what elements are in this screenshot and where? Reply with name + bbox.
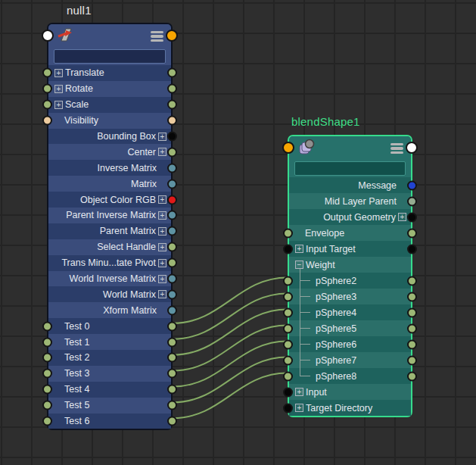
attribute-row-test-4[interactable]: Test 4 — [48, 382, 171, 398]
node-null1[interactable]: +Translate+Rotate+ScaleVisibilityBoundin… — [47, 23, 173, 430]
expand-icon-input[interactable]: + — [295, 388, 303, 396]
attribute-row-psphere2[interactable]: pSphere2 — [289, 273, 411, 289]
attribute-row-select-handle[interactable]: Select Handle+ — [48, 239, 171, 255]
port-test-0-output[interactable] — [167, 321, 177, 331]
port-psphere8-input[interactable] — [283, 371, 293, 381]
port-psphere5-input[interactable] — [283, 323, 293, 333]
port-psphere8-output[interactable] — [407, 371, 417, 381]
expand-icon-world-inverse-matrix[interactable]: + — [158, 275, 166, 283]
port-test-3-output[interactable] — [167, 369, 177, 379]
port-psphere3-output[interactable] — [407, 292, 417, 301]
port-psphere2-input[interactable] — [283, 276, 293, 286]
port-test-2-output[interactable] — [167, 353, 177, 363]
expand-icon-select-handle[interactable]: + — [158, 243, 166, 251]
expand-icon-world-matrix[interactable]: + — [158, 290, 166, 298]
expand-icon-object-color-rgb[interactable]: + — [158, 195, 166, 204]
attribute-row-message[interactable]: Message — [289, 177, 411, 193]
port-test-1-input[interactable] — [42, 337, 52, 347]
port-psphere7-input[interactable] — [283, 355, 293, 365]
attribute-row-xform-matrix[interactable]: Xform Matrix — [48, 302, 171, 318]
port-matrix-output[interactable] — [167, 179, 177, 189]
port-test-0-input[interactable] — [42, 321, 52, 331]
attribute-row-translate[interactable]: +Translate — [48, 65, 171, 81]
port-visibility-input[interactable] — [42, 116, 52, 126]
attribute-row-target-directory[interactable]: +Target Directory — [289, 400, 411, 416]
expand-icon-parent-matrix[interactable]: + — [158, 227, 166, 236]
port-select-handle-output[interactable] — [167, 242, 177, 252]
expand-icon-center[interactable]: + — [158, 148, 166, 156]
expand-icon-target-directory[interactable]: + — [295, 404, 303, 412]
port-message-output[interactable] — [407, 180, 417, 190]
port-rotate-output[interactable] — [167, 84, 177, 94]
port-test-6-output[interactable] — [167, 417, 177, 426]
port-rotate-input[interactable] — [42, 84, 52, 94]
port-world-inverse-matrix-output[interactable] — [167, 274, 177, 284]
port-input-target-output[interactable] — [407, 244, 417, 254]
collapse-icon-weight[interactable]: − — [295, 261, 303, 269]
port-world-matrix-output[interactable] — [167, 289, 177, 299]
port-test-2-input[interactable] — [42, 353, 52, 363]
attribute-row-psphere5[interactable]: pSphere5 — [289, 320, 411, 336]
attribute-row-test-3[interactable]: Test 3 — [48, 366, 171, 382]
port-bounding-box-output[interactable] — [167, 132, 177, 142]
attribute-row-psphere3[interactable]: pSphere3 — [289, 289, 411, 304]
port-trans-minu-tate-pivot-output[interactable] — [167, 258, 177, 268]
port-test-6-input[interactable] — [42, 417, 52, 426]
port-input-target-input[interactable] — [283, 244, 293, 254]
port-translate-input[interactable] — [42, 68, 52, 78]
attribute-row-test-5[interactable]: Test 5 — [48, 398, 171, 414]
port-center-output[interactable] — [167, 147, 177, 157]
expand-icon-trans-minu-tate-pivot[interactable]: + — [158, 259, 166, 267]
port-envelope-input[interactable] — [283, 228, 293, 238]
header-port-left-null1[interactable] — [42, 30, 54, 42]
expand-icon-translate[interactable]: + — [54, 69, 63, 77]
node-blendshape1[interactable]: MessageMid Layer ParentOutput Geometry+E… — [288, 135, 412, 417]
attribute-row-test-1[interactable]: Test 1 — [48, 334, 171, 350]
port-psphere7-output[interactable] — [407, 355, 417, 365]
port-object-color-rgb-output[interactable] — [167, 195, 177, 204]
attribute-row-matrix[interactable]: Matrix — [48, 176, 171, 192]
port-psphere4-input[interactable] — [283, 307, 293, 317]
attribute-row-psphere4[interactable]: pSphere4 — [289, 304, 411, 320]
port-visibility-output[interactable] — [167, 116, 177, 126]
attribute-row-object-color-rgb[interactable]: Object Color RGB+ — [48, 192, 171, 208]
port-input-input[interactable] — [283, 387, 293, 397]
attribute-row-test-0[interactable]: Test 0 — [48, 318, 171, 334]
port-envelope-output[interactable] — [407, 228, 417, 238]
attribute-row-visibility[interactable]: Visibility — [48, 113, 171, 129]
attribute-row-psphere8[interactable]: pSphere8 — [289, 368, 411, 384]
port-scale-input[interactable] — [42, 100, 52, 110]
attribute-row-weight[interactable]: −Weight — [289, 257, 411, 273]
attribute-row-trans-minu-tate-pivot[interactable]: Trans Minu...tate Pivot+ — [48, 255, 171, 271]
port-test-4-input[interactable] — [42, 385, 52, 395]
expand-icon-input-target[interactable]: + — [295, 245, 303, 253]
port-psphere6-output[interactable] — [407, 339, 417, 349]
attribute-row-test-6[interactable]: Test 6 — [48, 414, 171, 429]
node-header-null1[interactable] — [48, 24, 171, 47]
expand-icon-bounding-box[interactable]: + — [158, 133, 166, 141]
port-test-3-input[interactable] — [42, 369, 52, 379]
port-translate-output[interactable] — [167, 68, 177, 78]
attribute-row-input-target[interactable]: +Input Target — [289, 241, 411, 257]
port-xform-matrix-output[interactable] — [167, 305, 177, 315]
attribute-row-psphere6[interactable]: pSphere6 — [289, 336, 411, 352]
menu-icon[interactable] — [151, 31, 163, 42]
header-port-left-blendshape1[interactable] — [282, 142, 294, 154]
port-target-directory-input[interactable] — [283, 403, 293, 413]
expand-icon-rotate[interactable]: + — [54, 85, 63, 93]
expand-icon-parent-inverse-matrix[interactable]: + — [158, 211, 166, 220]
attribute-row-test-2[interactable]: Test 2 — [48, 350, 171, 366]
port-inverse-matrix-output[interactable] — [167, 163, 177, 173]
attribute-row-world-inverse-matrix[interactable]: World Inverse Matrix+ — [48, 271, 171, 287]
port-test-5-output[interactable] — [167, 401, 177, 410]
node-rename-input-blendshape1[interactable] — [294, 161, 406, 176]
port-parent-inverse-matrix-output[interactable] — [167, 211, 177, 220]
port-test-4-output[interactable] — [167, 385, 177, 395]
header-port-right-null1[interactable] — [166, 30, 178, 42]
port-psphere2-output[interactable] — [407, 276, 417, 286]
port-psphere5-output[interactable] — [407, 323, 417, 333]
attribute-row-parent-matrix[interactable]: Parent Matrix+ — [48, 223, 171, 239]
attribute-row-world-matrix[interactable]: World Matrix+ — [48, 286, 171, 302]
port-test-1-output[interactable] — [167, 337, 177, 347]
attribute-row-center[interactable]: Center+ — [48, 144, 171, 160]
